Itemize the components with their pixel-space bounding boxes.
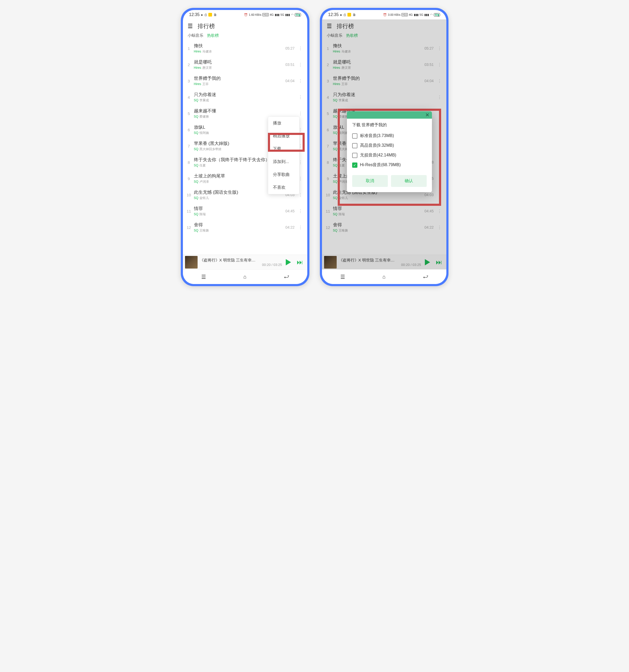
- song-row[interactable]: 1搀扶Hires马健涛05:27⋮: [183, 40, 307, 56]
- more-icon[interactable]: ⋮: [297, 110, 304, 118]
- more-icon[interactable]: ⋮: [297, 77, 304, 85]
- song-number: 11: [186, 209, 192, 213]
- song-title: 搀扶: [194, 43, 282, 49]
- nav-back[interactable]: ⮐: [282, 272, 291, 282]
- song-number: 3: [325, 79, 331, 83]
- song-number: 12: [325, 225, 331, 230]
- song-number: 12: [186, 225, 192, 230]
- song-row[interactable]: 4只为你着迷SQ李秉成⋮: [183, 89, 307, 105]
- more-icon[interactable]: ⋮: [436, 142, 443, 150]
- quality-badge: Hires: [194, 66, 201, 70]
- song-row[interactable]: 2就是哪吒Hires唐汉霄03:51⋮: [322, 56, 446, 73]
- song-row[interactable]: 2就是哪吒Hires唐汉霄03:51⋮: [183, 56, 307, 73]
- song-artist: 陈瑞: [199, 212, 206, 216]
- breadcrumb-app[interactable]: 小蜗音乐: [188, 33, 203, 38]
- more-icon[interactable]: ⋮: [297, 223, 304, 232]
- song-artist: 任夏: [339, 164, 345, 167]
- song-number: 3: [186, 79, 192, 83]
- ctx-dislike[interactable]: 不喜欢: [268, 181, 299, 194]
- page-title: 排行榜: [198, 22, 215, 30]
- album-art[interactable]: [185, 256, 198, 268]
- quality-badge: Hires: [194, 82, 201, 86]
- more-icon[interactable]: ⋮: [436, 174, 443, 183]
- play-button[interactable]: [423, 258, 432, 266]
- ctx-download[interactable]: 下载: [268, 143, 299, 155]
- quality-option[interactable]: ✓Hi-Res音质(68.79MB): [352, 160, 427, 170]
- song-row[interactable]: 3世界赠予我的Hires王菲04:04⋮: [183, 73, 307, 89]
- song-meta: Hires马健涛: [333, 49, 421, 54]
- checkbox-icon[interactable]: [352, 153, 357, 158]
- player-title[interactable]: 《盗将行》X 明世隐 三生有幸…: [339, 258, 421, 263]
- song-duration: 04:04: [284, 79, 295, 83]
- confirm-button[interactable]: 确认: [391, 175, 427, 187]
- song-number: 5: [325, 111, 331, 116]
- cancel-button[interactable]: 取消: [352, 175, 388, 187]
- more-icon[interactable]: ⋮: [436, 126, 443, 134]
- more-icon[interactable]: ⋮: [436, 93, 443, 101]
- song-number: 6: [325, 127, 331, 132]
- more-icon[interactable]: ⋮: [436, 223, 443, 232]
- quality-option[interactable]: 标准音质(3.73MB): [352, 131, 427, 141]
- quality-badge: SQ: [333, 229, 337, 232]
- more-icon[interactable]: ⋮: [297, 207, 304, 215]
- ctx-play[interactable]: 播放: [268, 117, 299, 130]
- song-row[interactable]: 11情罪SQ陈瑞04:45⋮: [183, 203, 307, 219]
- next-button[interactable]: ⏭: [434, 259, 444, 266]
- play-button[interactable]: [284, 258, 293, 266]
- nav-home[interactable]: ⌂: [240, 272, 250, 282]
- nav-home[interactable]: ⌂: [380, 272, 389, 282]
- breadcrumb-app[interactable]: 小蜗音乐: [327, 33, 342, 38]
- menu-icon[interactable]: ☰: [327, 23, 332, 30]
- ctx-later[interactable]: 稍后播放: [268, 130, 299, 143]
- checkbox-icon[interactable]: [352, 143, 357, 148]
- song-duration: 04:45: [423, 209, 434, 213]
- album-art[interactable]: [324, 256, 337, 268]
- quality-option[interactable]: 无损音质(42.14MB): [352, 150, 427, 160]
- song-artist: 李秉成: [339, 98, 348, 102]
- player-time: 00:20 / 03:25: [339, 263, 421, 267]
- song-row[interactable]: 11情罪SQ陈瑞04:45⋮: [322, 203, 446, 219]
- quality-label: 高品音质(9.32MB): [360, 143, 394, 148]
- song-row[interactable]: 12舍得SQ王唯旖04:22⋮: [322, 219, 446, 236]
- ctx-addto[interactable]: 添加到...: [268, 155, 299, 168]
- song-artist: 唐汉霄: [341, 66, 351, 70]
- more-icon[interactable]: ⋮: [436, 61, 443, 69]
- more-icon[interactable]: ⋮: [436, 158, 443, 166]
- song-row[interactable]: 4只为你着迷SQ李秉成⋮: [322, 89, 446, 105]
- more-icon[interactable]: ⋮: [297, 61, 304, 69]
- more-icon[interactable]: ⋮: [297, 44, 304, 52]
- breadcrumb-category[interactable]: 热歌榜: [207, 33, 219, 38]
- breadcrumb-category[interactable]: 热歌榜: [346, 33, 358, 38]
- checkbox-icon[interactable]: ✓: [352, 163, 357, 168]
- doc-icon: 🗎: [353, 13, 356, 17]
- more-icon[interactable]: ⋮: [297, 93, 304, 101]
- nav-recents[interactable]: ☰: [199, 272, 208, 282]
- more-icon[interactable]: ⋮: [436, 77, 443, 85]
- player-title[interactable]: 《盗将行》X 明世隐 三生有幸…: [200, 258, 282, 263]
- signal-bars-icon: ▮▮▮: [285, 13, 290, 17]
- song-artist: 卢润泽: [339, 180, 348, 184]
- song-row[interactable]: 12舍得SQ王唯旖04:22⋮: [183, 219, 307, 236]
- menu-icon[interactable]: ☰: [188, 23, 193, 30]
- more-icon[interactable]: ⋮: [436, 44, 443, 52]
- song-row[interactable]: 1搀扶Hires马健涛05:27⋮: [322, 40, 446, 56]
- more-icon[interactable]: ⋮: [436, 191, 443, 199]
- song-meta: Hires马健涛: [194, 49, 282, 54]
- song-artist: 马健涛: [202, 50, 212, 53]
- more-icon[interactable]: ⋮: [436, 207, 443, 215]
- song-number: 11: [325, 209, 331, 213]
- quality-option[interactable]: 高品音质(9.32MB): [352, 141, 427, 150]
- song-number: 1: [186, 46, 192, 51]
- ctx-share[interactable]: 分享歌曲: [268, 168, 299, 181]
- app-icon: [208, 13, 212, 17]
- nav-recents[interactable]: ☰: [338, 272, 347, 282]
- checkbox-icon[interactable]: [352, 133, 357, 139]
- next-button[interactable]: ⏭: [295, 259, 305, 266]
- more-icon[interactable]: ⋮: [436, 110, 443, 118]
- song-row[interactable]: 3世界赠予我的Hires王菲04:04⋮: [322, 73, 446, 89]
- song-meta: Hires王菲: [194, 82, 282, 86]
- song-duration: 04:22: [423, 225, 434, 230]
- close-icon[interactable]: ✕: [426, 112, 429, 118]
- song-duration: 04:03: [423, 193, 434, 197]
- nav-back[interactable]: ⮐: [421, 272, 430, 282]
